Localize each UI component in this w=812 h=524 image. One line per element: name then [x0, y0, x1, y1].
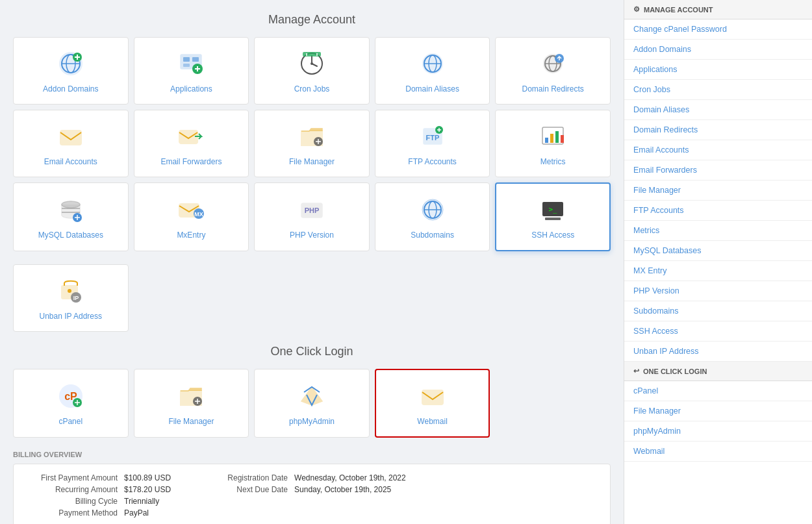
one-click-tiles-grid: cP cPanel File Manager	[13, 369, 611, 438]
mysql-databases-icon	[55, 194, 86, 225]
file-manager-ocl-icon	[175, 381, 207, 412]
tile-ftp-accounts-label: FTP Accounts	[408, 157, 456, 166]
svg-rect-30	[60, 131, 81, 145]
svg-point-17	[311, 62, 313, 65]
billing-cycle-label: Billing Cycle	[27, 497, 118, 506]
unban-ip-icon: IP	[55, 275, 86, 306]
svg-text:MX: MX	[195, 211, 204, 218]
metrics-icon	[537, 121, 568, 152]
sidebar-item-unban-ip[interactable]: Unban IP Address	[624, 342, 812, 362]
sidebar-item-subdomains[interactable]: Subdomains	[624, 301, 812, 321]
webmail-icon	[417, 381, 448, 412]
sidebar-item-change-cpanel-password[interactable]: Change cPanel Password	[624, 19, 812, 40]
sidebar-item-cpanel[interactable]: cPanel	[624, 381, 812, 401]
tile-domain-aliases-label: Domain Aliases	[405, 84, 459, 94]
svg-rect-9	[192, 57, 199, 62]
tile-php-version[interactable]: PHP PHP Version	[254, 182, 370, 251]
billing-col-right: Registration Date Wednesday, October 19t…	[197, 473, 406, 518]
tile-metrics-label: Metrics	[540, 157, 566, 166]
tile-webmail-label: Webmail	[417, 417, 447, 426]
tile-subdomains[interactable]: Subdomains	[375, 182, 490, 251]
tile-mysql-databases[interactable]: MySQL Databases	[13, 182, 129, 251]
tile-webmail[interactable]: Webmail	[375, 369, 490, 438]
tile-cron-jobs[interactable]: Cron Jobs	[254, 37, 370, 105]
tile-applications[interactable]: Applications	[134, 37, 249, 105]
ssh-access-icon: >_	[537, 194, 568, 225]
tile-email-accounts[interactable]: Email Accounts	[13, 110, 129, 177]
svg-text:>_: >_	[549, 205, 558, 214]
manage-tiles-grid: Addon Domains Applications	[13, 37, 611, 251]
sidebar-item-php-version[interactable]: PHP Version	[624, 281, 812, 301]
billing-row-reg-date: Registration Date Wednesday, October 19t…	[197, 473, 406, 482]
next-due-value: Sunday, October 19th, 2025	[294, 485, 391, 494]
tile-metrics[interactable]: Metrics	[495, 110, 611, 177]
sidebar-item-phpmyadmin[interactable]: phpMyAdmin	[624, 421, 812, 442]
email-forwarders-icon	[175, 121, 207, 152]
sidebar-item-webmail[interactable]: Webmail	[624, 442, 812, 462]
tile-cpanel[interactable]: cP cPanel	[13, 369, 129, 438]
tile-unban-ip-label: Unban IP Address	[40, 312, 103, 321]
sidebar-item-domain-redirects[interactable]: Domain Redirects	[624, 120, 812, 140]
billing-cycle-value: Triennially	[124, 497, 159, 506]
cron-jobs-icon	[296, 48, 327, 79]
tile-phpmyadmin-label: phpMyAdmin	[289, 417, 335, 426]
sidebar-item-applications[interactable]: Applications	[624, 60, 812, 80]
cpanel-icon: cP	[55, 381, 86, 412]
tile-file-manager[interactable]: File Manager	[254, 110, 370, 177]
tile-ssh-access[interactable]: >_ SSH Access	[495, 182, 611, 251]
tile-applications-label: Applications	[170, 84, 212, 94]
svg-rect-10	[183, 64, 190, 67]
sidebar-item-file-manager-ocl[interactable]: File Manager	[624, 401, 812, 421]
billing-overview: BILLING OVERVIEW First Payment Amount $1…	[13, 451, 611, 524]
tile-mx-entry-label: MxEntry	[177, 231, 205, 240]
tile-file-manager-ocl-label: File Manager	[168, 417, 214, 426]
tile-mx-entry[interactable]: MX MxEntry	[134, 182, 249, 251]
tile-domain-redirects[interactable]: Domain Redirects	[495, 37, 611, 105]
tile-addon-domains[interactable]: Addon Domains	[13, 37, 129, 105]
sidebar-item-domain-aliases[interactable]: Domain Aliases	[624, 100, 812, 120]
tile-php-version-label: PHP Version	[290, 231, 334, 240]
main-content: Manage Account Addon Domains	[0, 0, 624, 524]
sidebar-item-ssh-access[interactable]: SSH Access	[624, 321, 812, 342]
svg-rect-8	[183, 57, 190, 62]
phpmyadmin-icon	[296, 381, 327, 412]
sidebar-manage-account-title: ⚙ MANAGE ACCOUNT	[624, 0, 812, 19]
tile-cpanel-label: cPanel	[58, 417, 82, 426]
tile-subdomains-label: Subdomains	[411, 231, 454, 240]
manage-account-title: Manage Account	[13, 13, 611, 27]
arrow-icon: ↩	[633, 367, 639, 375]
sidebar-item-addon-domains[interactable]: Addon Domains	[624, 40, 812, 60]
tile-file-manager-ocl[interactable]: File Manager	[134, 369, 249, 438]
billing-row-cycle: Billing Cycle Triennially	[27, 497, 171, 506]
tile-email-forwarders[interactable]: Email Forwarders	[134, 110, 249, 177]
ftp-accounts-icon: FTP	[417, 121, 448, 152]
sidebar-item-file-manager[interactable]: File Manager	[624, 181, 812, 201]
sidebar-item-cron-jobs[interactable]: Cron Jobs	[624, 80, 812, 100]
svg-rect-41	[545, 138, 548, 143]
sidebar-item-email-accounts[interactable]: Email Accounts	[624, 140, 812, 160]
gear-icon: ⚙	[633, 5, 640, 14]
mx-entry-icon: MX	[175, 194, 207, 225]
subdomains-icon	[417, 194, 448, 225]
tile-email-accounts-label: Email Accounts	[44, 157, 97, 166]
one-click-login-title: One Click Login	[13, 345, 611, 358]
sidebar-item-mysql-databases[interactable]: MySQL Databases	[624, 241, 812, 261]
tile-ftp-accounts[interactable]: FTP FTP Accounts	[375, 110, 490, 177]
svg-rect-18	[303, 52, 321, 56]
sidebar-item-ftp-accounts[interactable]: FTP Accounts	[624, 201, 812, 221]
registration-date-value: Wednesday, October 19th, 2022	[294, 473, 406, 482]
tile-domain-redirects-label: Domain Redirects	[522, 84, 584, 94]
svg-point-65	[68, 289, 71, 293]
registration-date-label: Registration Date	[197, 473, 288, 482]
sidebar-item-metrics[interactable]: Metrics	[624, 221, 812, 241]
tile-unban-ip[interactable]: IP Unban IP Address	[13, 264, 129, 332]
php-version-icon: PHP	[296, 194, 327, 225]
domain-redirects-icon	[537, 48, 568, 79]
sidebar-item-mx-entry[interactable]: MX Entry	[624, 261, 812, 281]
tile-phpmyadmin[interactable]: phpMyAdmin	[254, 369, 370, 438]
tile-domain-aliases[interactable]: Domain Aliases	[375, 37, 490, 105]
svg-rect-44	[561, 135, 564, 143]
first-payment-value: $100.89 USD	[124, 473, 171, 482]
addon-domains-icon	[55, 48, 86, 79]
sidebar-item-email-forwarders[interactable]: Email Forwarders	[624, 160, 812, 181]
